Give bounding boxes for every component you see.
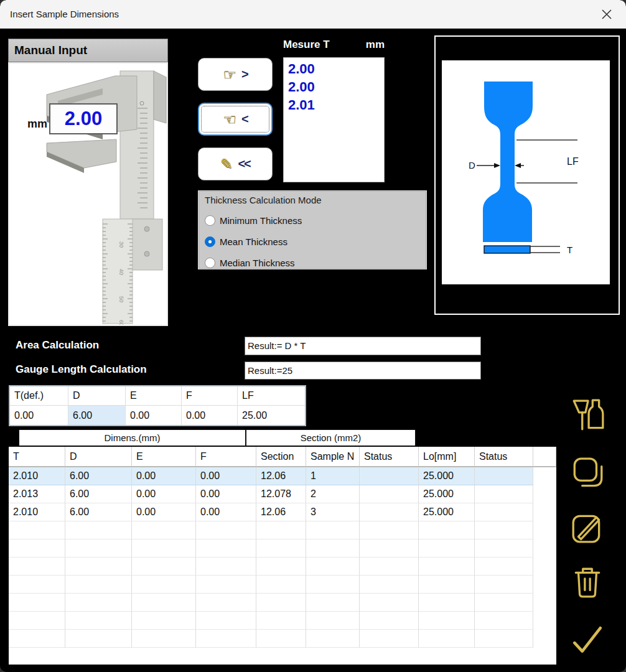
col-sample-n: Sample N xyxy=(306,447,360,467)
measure-list-unit: mm xyxy=(366,39,385,51)
table-row-empty[interactable] xyxy=(9,521,556,539)
title-bar: Insert Sample Dimensions xyxy=(0,0,626,29)
table-row-empty[interactable] xyxy=(9,558,556,576)
manual-input-header: Manual Input xyxy=(8,39,168,62)
table-row-empty[interactable] xyxy=(9,539,556,558)
measure-list-item[interactable]: 2.01 xyxy=(288,96,384,114)
measure-list-title: Mesure T xyxy=(283,39,330,51)
edit-icon xyxy=(569,510,605,546)
measure-list-header: Mesure T mm xyxy=(283,39,385,51)
caliper-image-panel: 30 40 50 60 xyxy=(8,62,168,326)
diagram-d-label: D xyxy=(469,160,475,170)
measure-list-item[interactable]: 2.00 xyxy=(288,78,384,96)
remove-measure-button[interactable]: ☜ < xyxy=(198,103,273,136)
radio-minimum-thickness[interactable]: Minimum Thickness xyxy=(205,210,420,231)
samples-table: Dimens.(mm) Section (mm2) T D E F Sectio… xyxy=(9,429,556,665)
def-header-f: F xyxy=(182,386,238,406)
measure-listbox[interactable]: 2.00 2.00 2.01 xyxy=(283,57,385,182)
specimen-diagram-panel: D LF T xyxy=(434,35,620,315)
caliper-image: 30 40 50 60 xyxy=(9,63,167,325)
edit-button[interactable] xyxy=(569,510,605,546)
col-lo-mm: Lo[mm] xyxy=(419,447,475,467)
def-header-e: E xyxy=(126,386,182,406)
table-row[interactable]: 2.010 6.00 0.00 0.00 12.06 3 25.000 xyxy=(9,503,556,521)
radio-circle-checked-icon xyxy=(205,236,215,247)
radio-mean-thickness[interactable]: Mean Thickness xyxy=(205,231,420,252)
close-button[interactable] xyxy=(595,2,619,26)
table-row[interactable]: 2.013 6.00 0.00 0.00 12.078 2 25.000 xyxy=(9,485,556,503)
col-status-2: Status xyxy=(475,447,533,467)
mm-unit-label: mm xyxy=(27,118,47,131)
col-t: T xyxy=(9,447,65,467)
diagram-lf-label: LF xyxy=(567,156,579,167)
svg-text:50: 50 xyxy=(118,296,124,302)
def-header-d: D xyxy=(68,386,126,406)
samples-grid: T D E F Section Sample N Status Lo[mm] S… xyxy=(9,447,556,665)
radio-circle-icon xyxy=(205,215,215,226)
area-calculation-label: Area Calculation xyxy=(16,339,99,352)
col-f: F xyxy=(196,447,256,467)
def-header-lf: LF xyxy=(238,386,305,406)
dialog-title: Insert Sample Dimensions xyxy=(10,0,119,28)
confirm-button[interactable] xyxy=(569,622,605,658)
clear-measures-button[interactable]: ✎ << xyxy=(198,147,273,180)
clear-measures-label: << xyxy=(238,157,250,171)
gauge-length-calculation-label: Gauge Length Calculation xyxy=(16,363,147,376)
add-measure-button[interactable]: ☞ > xyxy=(198,58,273,91)
def-value-f[interactable]: 0.00 xyxy=(182,406,238,425)
radio-circle-icon xyxy=(205,258,215,268)
specimen-diagram: D LF T xyxy=(442,60,610,284)
close-icon xyxy=(601,9,612,20)
thickness-mode-group: Thickness Calculation Mode Minimum Thick… xyxy=(198,190,427,269)
table-row-empty[interactable] xyxy=(9,594,556,612)
group-header-section: Section (mm2) xyxy=(246,429,416,446)
trash-icon xyxy=(569,564,605,600)
svg-text:60: 60 xyxy=(118,320,124,325)
svg-text:40: 40 xyxy=(118,269,124,275)
insert-sample-dimensions-dialog: Insert Sample Dimensions Manual Input xyxy=(0,0,626,672)
defaults-table: T(def.) D E F LF 0.00 6.00 0.00 0.00 25.… xyxy=(9,385,306,426)
delete-button[interactable] xyxy=(569,564,605,600)
group-header-dimens: Dimens.(mm) xyxy=(19,429,246,446)
col-d: D xyxy=(65,447,132,467)
def-value-lf[interactable]: 25.00 xyxy=(238,406,305,425)
col-status-1: Status xyxy=(360,447,419,467)
hand-write-icon: ✎ xyxy=(220,157,233,172)
samples-header-row: T D E F Section Sample N Status Lo[mm] S… xyxy=(9,447,556,467)
radio-median-thickness[interactable]: Median Thickness xyxy=(205,252,420,273)
col-section: Section xyxy=(256,447,306,467)
def-value-tdef[interactable]: 0.00 xyxy=(10,406,68,425)
def-value-e[interactable]: 0.00 xyxy=(126,406,182,425)
table-row-empty[interactable] xyxy=(9,612,556,630)
area-calculation-input[interactable]: Result:= D * T xyxy=(245,337,481,355)
copy-icon xyxy=(569,455,605,491)
hand-point-left-icon: ☜ xyxy=(223,112,236,127)
gauge-length-calculation-input[interactable]: Result:=25 xyxy=(245,362,481,380)
add-measure-label: > xyxy=(241,67,248,82)
col-e: E xyxy=(132,447,196,467)
specimen-shapes-button[interactable] xyxy=(569,397,605,433)
measure-list-item[interactable]: 2.00 xyxy=(288,60,384,78)
svg-text:30: 30 xyxy=(118,241,124,248)
table-row[interactable]: 2.010 6.00 0.00 0.00 12.06 1 25.000 xyxy=(9,467,556,485)
remove-measure-label: < xyxy=(241,112,248,126)
def-value-d[interactable]: 6.00 xyxy=(68,406,126,425)
hand-point-right-icon: ☞ xyxy=(223,67,236,82)
checkmark-icon xyxy=(569,622,605,658)
table-row-empty[interactable] xyxy=(9,576,556,594)
copy-button[interactable] xyxy=(569,455,605,491)
thickness-value-input[interactable]: 2.00 xyxy=(49,103,118,134)
table-row-empty[interactable] xyxy=(9,630,556,648)
thickness-mode-title: Thickness Calculation Mode xyxy=(205,195,420,205)
diagram-t-label: T xyxy=(567,245,572,255)
specimen-shapes-icon xyxy=(569,397,605,433)
def-header-tdef: T(def.) xyxy=(10,386,68,406)
